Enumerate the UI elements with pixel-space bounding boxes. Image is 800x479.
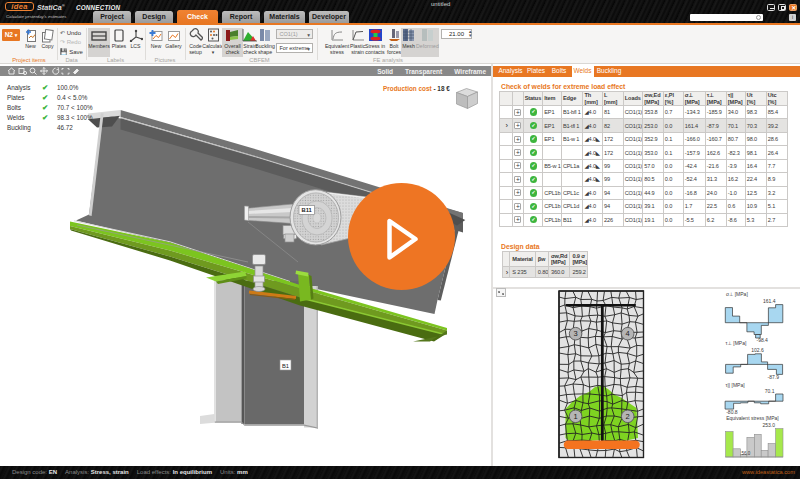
- svg-text:161.4: 161.4: [763, 298, 776, 304]
- svg-text:4: 4: [626, 329, 630, 338]
- svg-text:-98.4: -98.4: [757, 337, 769, 343]
- svg-text:Equivalent stress [MPa]: Equivalent stress [MPa]: [726, 415, 779, 421]
- svg-text:-87.9: -87.9: [768, 374, 780, 380]
- svg-text:253.0: 253.0: [762, 422, 775, 428]
- svg-text:102.6: 102.6: [751, 347, 764, 353]
- svg-text:τ⊥ [MPa]: τ⊥ [MPa]: [726, 340, 747, 346]
- svg-text:1: 1: [574, 412, 578, 421]
- svg-text:-80.8: -80.8: [726, 409, 738, 415]
- svg-text:B1: B1: [282, 363, 289, 369]
- svg-text:56.0: 56.0: [742, 451, 751, 456]
- svg-text:σ⊥ [MPa]: σ⊥ [MPa]: [726, 291, 749, 297]
- svg-text:70.1: 70.1: [765, 388, 775, 394]
- svg-text:2: 2: [626, 412, 630, 421]
- svg-text:B11: B11: [302, 207, 313, 213]
- svg-text:τ|| [MPa]: τ|| [MPa]: [726, 382, 746, 388]
- svg-text:3: 3: [574, 329, 578, 338]
